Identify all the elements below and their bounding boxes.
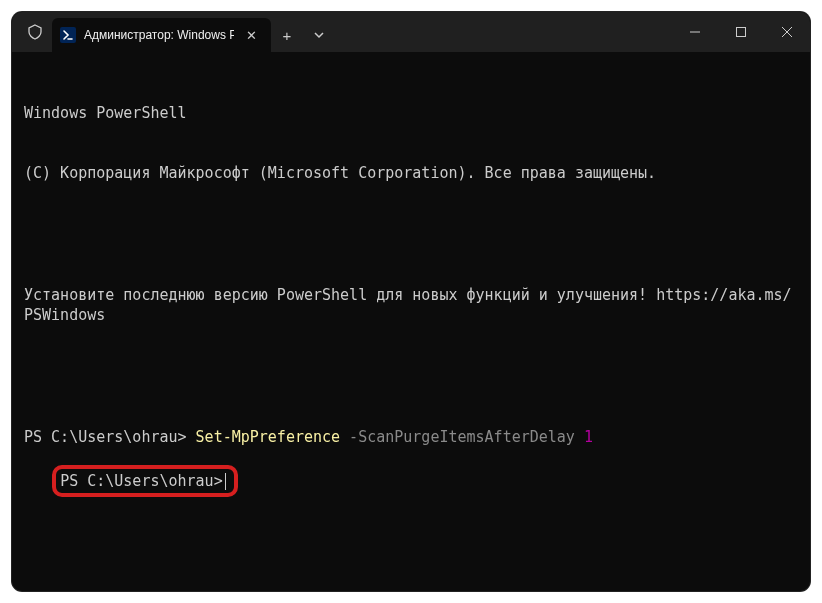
new-tab-button[interactable]: + (271, 18, 303, 52)
tab-dropdown-button[interactable] (303, 18, 335, 52)
app-icon (18, 12, 52, 52)
tab-close-button[interactable]: ✕ (242, 26, 261, 45)
tab-title: Администратор: Windows Po (84, 28, 234, 42)
terminal-window: Администратор: Windows Po ✕ + Windows Po… (12, 12, 810, 591)
cursor (225, 473, 226, 490)
powershell-icon (60, 27, 76, 43)
cmdlet-param: -ScanPurgeItemsAfterDelay (340, 428, 584, 446)
command-line: PS C:\Users\ohrau> Set-MpPreference -Sca… (24, 427, 798, 447)
svg-rect-0 (737, 28, 746, 37)
output-line: Установите последнюю версию PowerShell д… (24, 285, 798, 326)
output-blank (24, 366, 798, 386)
cmdlet-name: Set-MpPreference (196, 428, 341, 446)
output-line: Windows PowerShell (24, 103, 798, 123)
prompt: PS C:\Users\ohrau> (60, 472, 223, 490)
terminal-body[interactable]: Windows PowerShell (C) Корпорация Майкро… (12, 52, 810, 528)
close-button[interactable] (764, 12, 810, 52)
output-blank (24, 224, 798, 244)
cmdlet-value: 1 (584, 428, 593, 446)
output-line: (C) Корпорация Майкрософт (Microsoft Cor… (24, 163, 798, 183)
titlebar: Администратор: Windows Po ✕ + (12, 12, 810, 52)
highlight-annotation: PS C:\Users\ohrau> (52, 465, 238, 497)
window-controls (672, 12, 810, 52)
tab-active[interactable]: Администратор: Windows Po ✕ (52, 18, 271, 52)
maximize-button[interactable] (718, 12, 764, 52)
prompt: PS C:\Users\ohrau> (24, 428, 196, 446)
minimize-button[interactable] (672, 12, 718, 52)
